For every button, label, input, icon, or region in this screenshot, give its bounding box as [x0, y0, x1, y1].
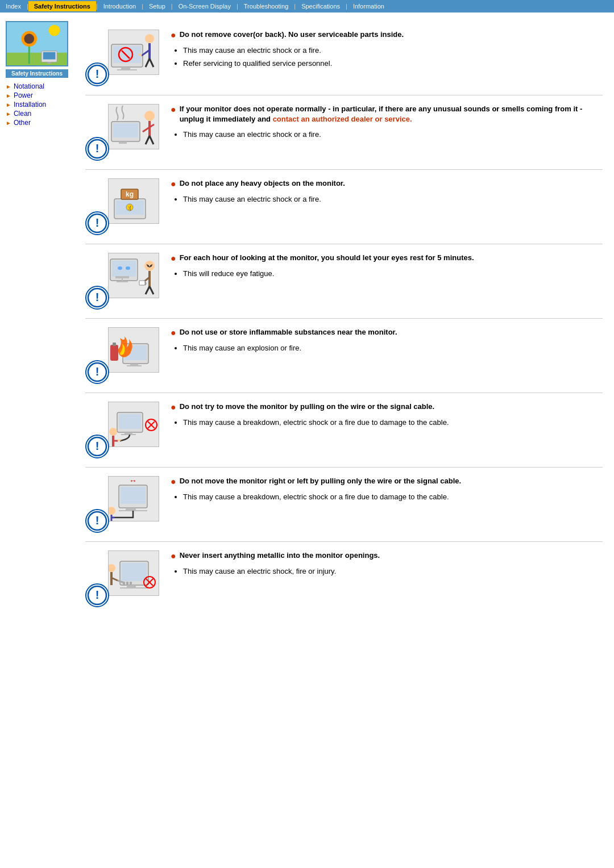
safety-heading-text-3: Do not place any heavy objects on the mo…	[180, 178, 345, 189]
svg-text:!: !	[96, 440, 99, 452]
illus-box-4: !	[85, 253, 159, 310]
nav-item-trouble[interactable]: Troubleshooting	[238, 1, 294, 11]
safety-heading-text-8: Never insert anything metallic into the …	[180, 550, 380, 561]
safety-text-8: ● Never insert anything metallic into th…	[171, 550, 603, 579]
illustration-move-sideways: ↔	[109, 477, 159, 521]
svg-rect-44	[112, 261, 136, 277]
safety-heading-8: ● Never insert anything metallic into th…	[171, 550, 603, 561]
bullet-item-5-1: This may cause an explosion or fire.	[183, 343, 603, 354]
sidebar-title: Safety Instructions	[6, 69, 68, 78]
warning-badge-8: !	[87, 585, 107, 606]
svg-text:!: !	[96, 291, 99, 303]
arrow-icon-other: ►	[6, 120, 11, 126]
safety-heading-text-4: For each hour of looking at the monitor,…	[180, 253, 474, 263]
safety-heading-1: ● Do not remove cover(or back). No user …	[171, 30, 603, 40]
nav-item-specs[interactable]: Specifications	[296, 1, 346, 11]
nav-item-info[interactable]: Information	[347, 1, 390, 11]
svg-rect-86	[121, 487, 146, 504]
safety-row-7: ↔ ! ● Do not move the monitor right or l…	[85, 468, 603, 542]
safety-heading-3: ● Do not place any heavy objects on the …	[171, 178, 603, 189]
arrow-icon-notational: ►	[6, 84, 11, 90]
contact-link[interactable]: contact an authorized dealer or service.	[273, 115, 412, 123]
illustration-metallic	[109, 551, 159, 595]
safety-row-3: kg :( ! ● Do not place any heavy o	[85, 170, 603, 244]
svg-point-2	[49, 25, 60, 36]
svg-point-14	[145, 34, 154, 43]
warning-badge-6: !	[87, 436, 107, 457]
illus-box-8: !	[85, 550, 159, 607]
svg-text:!: !	[96, 216, 99, 229]
svg-text:!: !	[96, 365, 99, 378]
safety-heading-text-6: Do not try to move the monitor by pullin…	[180, 402, 435, 412]
illustration-inflammable	[109, 328, 159, 372]
safety-bullets-6: This may cause a breakdown, electric sho…	[183, 417, 603, 429]
illustration-heavy-objects: kg :(	[109, 179, 159, 223]
svg-text:!: !	[96, 589, 99, 601]
svg-line-61	[150, 286, 154, 294]
sidebar-item-power[interactable]: ► Power	[6, 91, 74, 99]
bullet-item-2-1: This may cause an electric shock or a fi…	[183, 129, 603, 141]
nav-bar: Index | Safety Instructions | Introducti…	[0, 0, 614, 12]
illus-main-2	[108, 104, 159, 149]
safety-row-5: ! ● Do not use or store inflammable subs…	[85, 319, 603, 393]
svg-point-46	[126, 266, 130, 270]
bullet-item-4-1: This will reduce eye fatigue.	[183, 268, 603, 280]
nav-item-safety[interactable]: Safety Instructions	[28, 1, 96, 11]
warning-badge-2: !	[87, 139, 107, 159]
bullet-icon-7: ●	[171, 477, 176, 487]
nav-item-osd[interactable]: On-Screen Display	[173, 1, 237, 11]
safety-text-7: ● Do not move the monitor right or left …	[171, 476, 603, 504]
illus-badge-8: !	[85, 583, 109, 607]
warning-badge-5: !	[87, 362, 107, 382]
illus-box-5: !	[85, 327, 159, 384]
bullet-item-6-1: This may cause a breakdown, electric sho…	[183, 417, 603, 429]
sidebar: Safety Instructions ► Notational ► Power…	[0, 18, 80, 627]
safety-heading-text-2: If your monitor does not operate normall…	[180, 104, 603, 124]
illus-main-4	[108, 253, 159, 298]
illus-main-3: kg :(	[108, 178, 159, 224]
svg-point-89	[109, 507, 115, 515]
svg-point-5	[24, 34, 34, 44]
svg-rect-68	[110, 345, 118, 361]
illus-box-7: ↔ !	[85, 476, 159, 533]
nav-item-index[interactable]: Index	[0, 1, 27, 11]
safety-heading-7: ● Do not move the monitor right or left …	[171, 476, 603, 487]
svg-rect-100	[126, 582, 128, 585]
arrow-icon-installation: ►	[6, 102, 11, 108]
bullet-item-7-1: This may cause a breakdown, electric sho…	[183, 491, 603, 503]
sidebar-illustration	[7, 22, 67, 66]
sidebar-item-other[interactable]: ► Other	[6, 119, 74, 127]
bullet-icon-3: ●	[171, 179, 176, 189]
illus-box-6: !	[85, 402, 159, 458]
illustration-no-remove-cover	[109, 30, 159, 74]
svg-rect-96	[122, 563, 147, 581]
safety-bullets-5: This may cause an explosion or fire.	[183, 343, 603, 354]
illus-main-7: ↔	[108, 476, 159, 521]
bullet-item-3-1: This may cause an electric shock or a fi…	[183, 194, 603, 206]
sidebar-nav: ► Notational ► Power ► Installation ► Cl…	[6, 82, 74, 127]
safety-text-6: ● Do not try to move the monitor by pull…	[171, 402, 603, 430]
safety-heading-text-5: Do not use or store inflammable substanc…	[180, 327, 397, 337]
nav-item-setup[interactable]: Setup	[143, 1, 171, 11]
sidebar-item-notational[interactable]: ► Notational	[6, 82, 74, 90]
safety-text-4: ● For each hour of looking at the monito…	[171, 253, 603, 281]
sidebar-item-installation[interactable]: ► Installation	[6, 101, 74, 108]
safety-text-1: ● Do not remove cover(or back). No user …	[171, 30, 603, 71]
nav-item-intro[interactable]: Introduction	[98, 1, 142, 11]
svg-point-50	[144, 261, 155, 271]
svg-line-19	[150, 59, 154, 67]
arrow-icon-clean: ►	[6, 111, 11, 117]
safety-text-3: ● Do not place any heavy objects on the …	[171, 178, 603, 207]
safety-row-4: ! ● For each hour of looking at the moni…	[85, 244, 603, 319]
svg-rect-69	[113, 343, 116, 346]
sidebar-item-clean[interactable]: ► Clean	[6, 110, 74, 118]
bullet-item-1-1: This may cause an electric shock or a fi…	[183, 45, 603, 57]
safety-bullets-4: This will reduce eye fatigue.	[183, 268, 603, 280]
illus-main-8	[108, 550, 159, 596]
svg-rect-57	[139, 281, 145, 285]
illus-main-6	[108, 402, 159, 447]
svg-point-45	[118, 266, 122, 270]
illus-box-3: kg :( !	[85, 178, 159, 235]
illus-box-1: !	[85, 30, 159, 86]
safety-heading-text-7: Do not move the monitor right or left by…	[180, 476, 461, 486]
